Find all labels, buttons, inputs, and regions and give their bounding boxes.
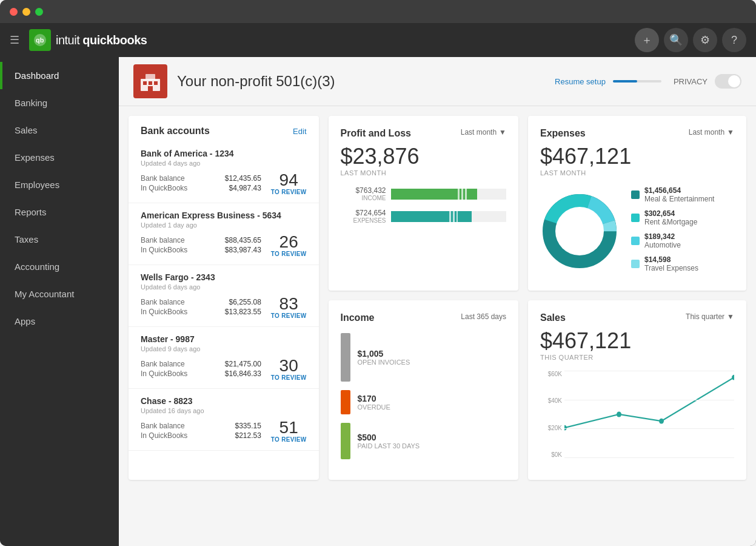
sidebar-item-sales[interactable]: Sales bbox=[0, 116, 119, 144]
logo: qb intuit quickbooks bbox=[29, 29, 635, 51]
sales-line-chart bbox=[564, 371, 734, 458]
income-bar-striped bbox=[456, 189, 469, 200]
add-button[interactable]: ＋ bbox=[635, 28, 659, 52]
bank-balance-line-1: Bank balance $12,435.65 bbox=[141, 174, 261, 183]
setup-progress-bar bbox=[613, 80, 661, 83]
income-sublabel-paid: PAID LAST 30 DAYS bbox=[358, 442, 507, 450]
bank-balance-row-5: Bank balance $335.15 In QuickBooks $212.… bbox=[141, 422, 261, 441]
sidebar-item-accounting[interactable]: Accounting bbox=[0, 253, 119, 280]
profit-loss-card: Profit and Loss Last month ▼ $23,876 LAS… bbox=[329, 116, 519, 291]
help-button[interactable]: ? bbox=[722, 28, 746, 52]
review-badge-4: 30 TO REVIEW bbox=[261, 357, 307, 381]
privacy-toggle[interactable] bbox=[715, 74, 741, 89]
bank-name-1: Bank of America - 1234 bbox=[141, 149, 307, 158]
bank-updated-3: Updated 6 days ago bbox=[141, 283, 307, 291]
income-bar-row: $763,432 INCOME bbox=[341, 186, 507, 201]
y-label-60k: $60K bbox=[548, 371, 562, 377]
bank-name-3: Wells Fargo - 2343 bbox=[141, 272, 307, 282]
sidebar-item-taxes[interactable]: Taxes bbox=[0, 226, 119, 253]
settings-button[interactable]: ⚙ bbox=[693, 28, 717, 52]
svg-point-12 bbox=[555, 207, 604, 255]
bank-balances-4: Bank balance $21,475.00 In QuickBooks $1… bbox=[141, 357, 307, 381]
legend-label-1: Meal & Entertainment bbox=[644, 195, 714, 203]
traffic-lights bbox=[10, 8, 43, 16]
to-review-4[interactable]: TO REVIEW bbox=[271, 374, 307, 381]
legend-text-4: $14,598 Travel Expenses bbox=[644, 255, 698, 272]
body: Dashboard Banking Sales Expenses Employe… bbox=[0, 57, 756, 546]
search-button[interactable]: 🔍 bbox=[664, 28, 688, 52]
profit-loss-period[interactable]: Last month ▼ bbox=[461, 128, 506, 136]
bank-name-2: American Express Business - 5634 bbox=[141, 211, 307, 220]
review-badge-2: 26 TO REVIEW bbox=[261, 234, 307, 257]
income-bar-overdue bbox=[341, 390, 350, 414]
sidebar-label-dashboard: Dashboard bbox=[15, 70, 59, 81]
sales-amount: $467,121 bbox=[540, 328, 734, 354]
edit-button[interactable]: Edit bbox=[293, 127, 306, 136]
sales-period-label: THIS QUARTER bbox=[540, 354, 734, 361]
company-icon bbox=[133, 64, 167, 98]
bank-qb-line-4: In QuickBooks $16,846.33 bbox=[141, 369, 261, 378]
sidebar-item-dashboard[interactable]: Dashboard bbox=[0, 62, 119, 89]
close-button[interactable] bbox=[10, 8, 18, 16]
legend-item-1: $1,456,654 Meal & Entertainment bbox=[631, 186, 734, 203]
logo-icon: qb bbox=[29, 29, 51, 51]
privacy-label: PRIVACY bbox=[674, 77, 707, 86]
sidebar-item-banking[interactable]: Banking bbox=[0, 89, 119, 116]
to-review-1[interactable]: TO REVIEW bbox=[271, 189, 307, 195]
to-review-2[interactable]: TO REVIEW bbox=[271, 251, 307, 257]
bank-balances-3: Bank balance $6,255.08 In QuickBooks $13… bbox=[141, 295, 307, 319]
income-period[interactable]: Last 365 days bbox=[461, 312, 506, 321]
bank-qb-val-3: $13,823.55 bbox=[225, 308, 261, 316]
legend-item-3: $189,342 Automotive bbox=[631, 232, 734, 249]
to-review-3[interactable]: TO REVIEW bbox=[271, 312, 307, 319]
income-row-open: $1,005 OPEN INVOICES bbox=[341, 333, 507, 382]
grid-line-2 bbox=[564, 400, 734, 400]
expenses-period[interactable]: Last month ▼ bbox=[689, 128, 734, 136]
expenses-bar-fill bbox=[391, 211, 472, 222]
to-review-5[interactable]: TO REVIEW bbox=[271, 436, 307, 443]
bank-qb-label-1: In QuickBooks bbox=[141, 184, 187, 192]
resume-setup-link[interactable]: Resume setup bbox=[555, 77, 606, 86]
company-name: Your non-profit 501(c)(3) bbox=[177, 73, 545, 90]
income-sublabel-overdue: OVERDUE bbox=[358, 403, 507, 411]
bank-item-3: Wells Fargo - 2343 Updated 6 days ago Ba… bbox=[129, 265, 319, 327]
income-info-open: $1,005 OPEN INVOICES bbox=[358, 349, 507, 366]
review-count-5: 51 bbox=[279, 419, 298, 436]
bank-item-2: American Express Business - 5634 Updated… bbox=[129, 203, 319, 265]
top-navigation: ☰ qb intuit quickbooks ＋ 🔍 ⚙ ? bbox=[0, 23, 756, 57]
minimize-button[interactable] bbox=[22, 8, 30, 16]
sidebar-item-employees[interactable]: Employees bbox=[0, 171, 119, 198]
bank-qb-label-4: In QuickBooks bbox=[141, 369, 187, 378]
legend-text-2: $302,654 Rent &Mortgage bbox=[644, 209, 697, 226]
review-count-4: 30 bbox=[279, 357, 298, 374]
bank-qb-label-5: In QuickBooks bbox=[141, 431, 187, 440]
bank-balance-val-5: $335.15 bbox=[235, 422, 261, 430]
hamburger-button[interactable]: ☰ bbox=[10, 33, 19, 47]
maximize-button[interactable] bbox=[35, 8, 43, 16]
income-amount-open: $1,005 bbox=[358, 349, 507, 359]
expenses-bar-track bbox=[391, 211, 507, 222]
app: ☰ qb intuit quickbooks ＋ 🔍 ⚙ ? bbox=[0, 23, 756, 546]
review-badge-5: 51 TO REVIEW bbox=[261, 419, 307, 443]
grid-line-3 bbox=[564, 428, 734, 429]
sidebar: Dashboard Banking Sales Expenses Employe… bbox=[0, 57, 119, 546]
income-value: $763,432 bbox=[341, 186, 386, 195]
review-badge-1: 94 TO REVIEW bbox=[261, 172, 307, 195]
bank-balances-2: Bank balance $88,435.65 In QuickBooks $8… bbox=[141, 234, 307, 257]
svg-text:qb: qb bbox=[36, 36, 44, 44]
sidebar-item-my-accountant[interactable]: My Accountant bbox=[0, 280, 119, 308]
sidebar-item-apps[interactable]: Apps bbox=[0, 308, 119, 335]
expenses-donut bbox=[540, 192, 619, 273]
bank-balance-line-3: Bank balance $6,255.08 bbox=[141, 298, 261, 306]
bank-balance-label-5: Bank balance bbox=[141, 422, 185, 430]
bank-qb-val-4: $16,846.33 bbox=[225, 369, 261, 378]
content-header: Your non-profit 501(c)(3) Resume setup P… bbox=[119, 57, 756, 106]
bank-balance-row-1: Bank balance $12,435.65 In QuickBooks $4… bbox=[141, 174, 261, 194]
bank-qb-val-1: $4,987.43 bbox=[229, 184, 261, 192]
expenses-bar-row: $724,654 EXPENSES bbox=[341, 209, 507, 224]
sidebar-item-reports[interactable]: Reports bbox=[0, 198, 119, 226]
sales-chart: $60K $40K $20K $0K bbox=[540, 371, 734, 468]
sidebar-item-expenses[interactable]: Expenses bbox=[0, 144, 119, 171]
sales-period[interactable]: This quarter ▼ bbox=[686, 312, 734, 321]
bank-balance-label-4: Bank balance bbox=[141, 360, 185, 368]
